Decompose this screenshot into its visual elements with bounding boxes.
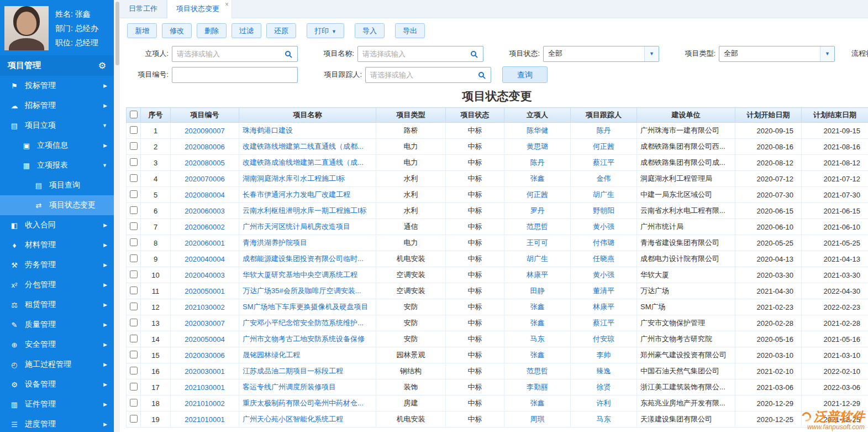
sidebar-item-progress[interactable]: ☰进度管理▶ xyxy=(0,414,114,432)
project-code-link[interactable]: 2021030001 xyxy=(185,383,224,392)
project-name-link[interactable]: 成都能源建设集团投资有限公司临时... xyxy=(243,254,364,263)
search-icon[interactable] xyxy=(478,72,484,77)
sidebar-item-safety[interactable]: ⊕安全管理▶ xyxy=(0,335,114,355)
sidebar-item-labor[interactable]: ⚒劳务管理▶ xyxy=(0,255,114,275)
tracker-link[interactable]: 金伟 xyxy=(597,174,611,183)
tracker-link[interactable]: 许利 xyxy=(597,399,611,407)
owner-link[interactable]: 田静 xyxy=(530,287,545,295)
row-checkbox[interactable] xyxy=(130,383,138,391)
row-checkbox[interactable] xyxy=(130,190,138,198)
owner-link[interactable]: 李勤丽 xyxy=(527,383,548,391)
project-name-link[interactable]: 改建铁路线增建第二线直通线（成都... xyxy=(243,142,364,150)
project-name-link[interactable]: 珠海鹤港口建设 xyxy=(243,126,293,134)
row-checkbox[interactable] xyxy=(130,174,138,182)
sidebar-item-quality[interactable]: ✎质量管理▶ xyxy=(0,315,114,335)
sidebar-item-project-query[interactable]: ▤项目查询 xyxy=(0,175,114,195)
project-name-link[interactable]: SM广场地下车库更换摄像机及硬盘项目 xyxy=(243,303,369,311)
project-name-link[interactable]: 广州天心苑小区智能化系统工程 xyxy=(243,415,343,423)
row-checkbox[interactable] xyxy=(130,206,138,214)
project-name-link[interactable]: 湖南洞庭湖水库引水工程施工I标 xyxy=(243,174,345,183)
project-code-link[interactable]: 2020080005 xyxy=(185,159,224,167)
column-header[interactable]: 计划开始日期 xyxy=(735,108,802,123)
sidebar-item-lease[interactable]: ⚖租赁管理▶ xyxy=(0,295,114,315)
select-all-checkbox[interactable] xyxy=(130,111,138,118)
project-name-link[interactable]: 江苏成品油二期项目一标段工程 xyxy=(243,367,343,375)
project-code-link[interactable]: 2020040003 xyxy=(185,271,224,279)
close-icon[interactable]: × xyxy=(225,1,229,8)
project-code-link[interactable]: 2020030001 xyxy=(185,367,224,376)
tracker-link[interactable]: 蔡江平 xyxy=(593,158,614,166)
column-header[interactable]: 项目名称 xyxy=(239,108,376,123)
sidebar-item-construction-process[interactable]: ◴施工过程管理▶ xyxy=(0,355,114,374)
query-button[interactable]: 查询 xyxy=(502,66,548,83)
tracker-link[interactable]: 徐贤 xyxy=(597,383,611,391)
owner-link[interactable]: 林康平 xyxy=(527,270,548,279)
owner-link[interactable]: 张鑫 xyxy=(530,399,545,407)
column-header[interactable]: 序号 xyxy=(141,108,171,123)
project-code-link[interactable]: 2020050001 xyxy=(185,287,224,295)
owner-link[interactable]: 马东 xyxy=(530,335,545,343)
column-header[interactable]: 项目类型 xyxy=(376,108,446,123)
row-checkbox[interactable] xyxy=(130,270,138,278)
owner-link[interactable]: 黄思璐 xyxy=(527,142,548,150)
sidebar-item-initiation-report[interactable]: ▦立项报表▼ xyxy=(0,155,114,175)
chevron-down-icon[interactable]: ▼ xyxy=(644,46,659,61)
row-checkbox[interactable] xyxy=(130,303,138,310)
print-button[interactable]: 打印▼ xyxy=(307,23,344,38)
owner-link[interactable]: 张鑫 xyxy=(530,351,545,359)
project-name-link[interactable]: 广州市文物考古工地安防系统设备保修 xyxy=(243,335,365,343)
tab-project-status-change[interactable]: 项目状态变更 × xyxy=(167,0,232,18)
owner-link[interactable]: 陈丹 xyxy=(530,158,545,166)
tracker-link[interactable]: 李帅 xyxy=(597,351,611,359)
project-name-link[interactable]: 青海洪湖养护院项目 xyxy=(243,238,307,247)
owner-link[interactable]: 罗丹 xyxy=(530,206,545,215)
tracker-link[interactable]: 黄小强 xyxy=(593,270,614,279)
project-code-link[interactable]: 2020090007 xyxy=(185,127,224,135)
tracker-link[interactable]: 林康平 xyxy=(593,303,614,311)
edit-button[interactable]: 修改 xyxy=(162,23,192,38)
column-header[interactable]: 计划结束日期 xyxy=(802,108,868,123)
project-code-link[interactable]: 2020030006 xyxy=(185,351,224,360)
row-checkbox[interactable] xyxy=(130,399,138,407)
search-icon[interactable] xyxy=(285,51,291,56)
owner-link[interactable]: 范思哲 xyxy=(527,222,548,231)
project-name-link[interactable]: 重庆太极制药有限公司亳州中药材仓... xyxy=(243,399,364,407)
project-code-link[interactable]: 2020050004 xyxy=(185,335,224,343)
project-type-select[interactable]: 全部 ▼ xyxy=(719,46,835,62)
project-code-link[interactable]: 2021030002 xyxy=(185,303,224,311)
owner-link[interactable]: 范思哲 xyxy=(527,367,548,375)
search-icon[interactable] xyxy=(471,51,476,56)
project-code-link[interactable]: 2020070006 xyxy=(185,175,224,183)
row-checkbox[interactable] xyxy=(130,254,138,262)
tracker-link[interactable]: 付安琼 xyxy=(593,335,614,343)
project-code-link[interactable]: 2020060003 xyxy=(185,207,224,215)
tracker-link[interactable]: 野朝阳 xyxy=(593,206,614,215)
row-checkbox[interactable] xyxy=(130,238,138,246)
owner-link[interactable]: 何正茜 xyxy=(527,190,548,199)
project-code-link[interactable]: 2020040004 xyxy=(185,255,224,263)
row-checkbox[interactable] xyxy=(130,367,138,374)
row-checkbox[interactable] xyxy=(130,351,138,358)
sidebar-item-income-contract[interactable]: ◧收入合同▶ xyxy=(0,215,114,235)
tracker-link[interactable]: 黄小强 xyxy=(593,222,614,231)
tracker-link[interactable]: 董清平 xyxy=(593,287,614,295)
tracker-link[interactable]: 任晓燕 xyxy=(593,254,614,263)
project-code-link[interactable]: 2020060001 xyxy=(185,239,224,247)
project-name-link[interactable]: 万达广场35#会所及咖啡厅空调安装... xyxy=(243,287,361,295)
owner-link[interactable]: 陈华健 xyxy=(527,126,548,134)
sidebar-item-project-initiation[interactable]: ▤项目立项▼ xyxy=(0,116,114,136)
row-checkbox[interactable] xyxy=(130,319,138,326)
tracker-link[interactable]: 胡广生 xyxy=(593,190,614,199)
owner-link[interactable]: 周琪 xyxy=(530,415,545,423)
restore-button[interactable]: 还原 xyxy=(266,23,296,38)
sidebar-item-certificate[interactable]: ▥证件管理▶ xyxy=(0,394,114,414)
owner-link[interactable]: 胡广生 xyxy=(527,254,548,263)
owner-input[interactable] xyxy=(172,46,285,61)
project-name-link[interactable]: 广安邓小平纪念馆安全防范系统维护... xyxy=(243,319,364,327)
project-name-link[interactable]: 客运专线广州调度所装修项目 xyxy=(243,383,336,391)
column-header[interactable]: 项目状态 xyxy=(446,108,504,123)
tracker-link[interactable]: 何正茜 xyxy=(593,142,614,150)
project-name-link[interactable]: 云南水利枢纽潜明水库一期工程施工I标 xyxy=(243,206,367,215)
sidebar-item-material[interactable]: ♦材料管理▶ xyxy=(0,235,114,255)
tracker-link[interactable]: 马东 xyxy=(597,415,611,423)
